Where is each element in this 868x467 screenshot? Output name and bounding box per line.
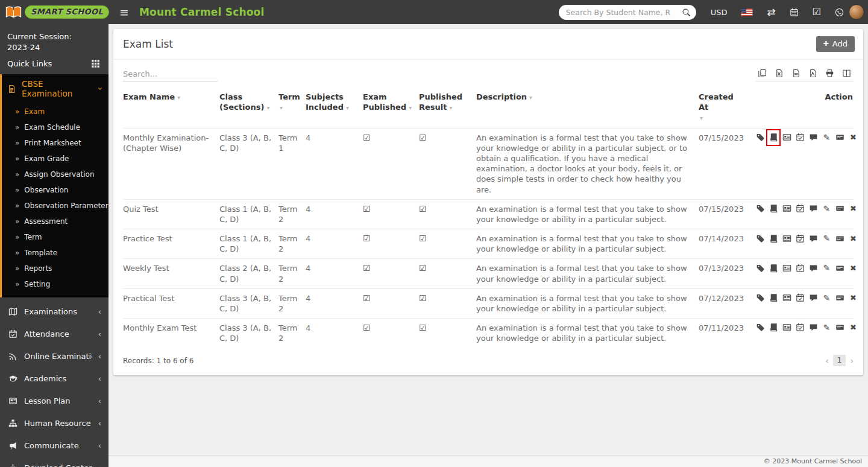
calendar-check-icon[interactable] [796, 133, 805, 142]
column-header-created-at[interactable]: Created At▾ [699, 86, 752, 128]
sidebar-subitem-exam[interactable]: »Exam [2, 104, 108, 119]
comment-icon[interactable] [809, 204, 818, 214]
pencil-icon[interactable]: ✎ [822, 263, 831, 273]
us-flag-icon[interactable] [741, 8, 753, 16]
add-button[interactable]: ✚ Add [816, 36, 855, 52]
book-icon[interactable] [769, 293, 778, 303]
user-avatar[interactable] [849, 4, 864, 20]
sidebar-subitem-assessment[interactable]: »Assessment [2, 214, 108, 229]
tag-icon[interactable] [756, 293, 765, 303]
sort-caret-icon[interactable]: ▾ [177, 94, 180, 101]
sort-caret-icon[interactable]: ▾ [266, 104, 269, 111]
close-icon[interactable]: ✖ [849, 133, 858, 142]
book-icon[interactable] [769, 133, 778, 142]
id-card-icon[interactable] [782, 293, 791, 303]
sort-caret-icon[interactable]: ▾ [450, 104, 453, 111]
column-header-description[interactable]: Description▾ [476, 86, 699, 128]
calendar-check-icon[interactable] [796, 263, 805, 273]
print-icon[interactable] [823, 69, 836, 78]
sidebar-subitem-reports[interactable]: »Reports [2, 261, 108, 276]
calendar-icon[interactable] [790, 8, 799, 17]
sidebar-subitem-assign-observation[interactable]: »Assign Observation [2, 167, 108, 182]
calendar-check-icon[interactable] [796, 204, 805, 214]
tag-icon[interactable] [756, 323, 765, 332]
column-header-subjects-included[interactable]: Subjects Included▾ [306, 86, 363, 128]
comment-icon[interactable] [809, 293, 818, 303]
copy-icon[interactable] [756, 69, 769, 78]
sidebar-subitem-observation-parameter[interactable]: »Observation Parameter [2, 198, 108, 214]
app-logo[interactable]: SMART SCHOOL [0, 0, 108, 24]
id-card-icon[interactable] [782, 323, 791, 332]
comment-icon[interactable] [809, 133, 818, 142]
pagination-next[interactable]: › [850, 356, 854, 366]
calendar-check-icon[interactable] [796, 293, 805, 303]
book-icon[interactable] [769, 263, 778, 273]
card-icon[interactable] [835, 133, 844, 142]
sidebar-subitem-print-marksheet[interactable]: »Print Marksheet [2, 135, 108, 151]
pencil-icon[interactable]: ✎ [822, 323, 831, 332]
pencil-icon[interactable]: ✎ [822, 204, 831, 214]
sidebar-subitem-template[interactable]: »Template [2, 245, 108, 261]
close-icon[interactable]: ✖ [849, 293, 858, 303]
table-search-input[interactable] [123, 68, 218, 81]
sidebar-item-lesson-plan[interactable]: Lesson Plan‹ [0, 390, 108, 412]
sidebar-subitem-term[interactable]: »Term [2, 229, 108, 245]
sort-caret-icon[interactable]: ▾ [409, 104, 412, 111]
sort-caret-icon[interactable]: ▾ [700, 115, 746, 121]
comment-icon[interactable] [809, 323, 818, 332]
id-card-icon[interactable] [782, 234, 791, 243]
card-icon[interactable] [835, 204, 844, 214]
global-search-input[interactable] [566, 8, 682, 17]
pencil-icon[interactable]: ✎ [822, 234, 831, 243]
sidebar-item-communicate[interactable]: Communicate‹ [0, 434, 108, 457]
currency-label[interactable]: USD [711, 8, 728, 17]
pagination-prev[interactable]: ‹ [825, 356, 829, 366]
hamburger-menu-icon[interactable]: ≡ [119, 7, 129, 18]
sidebar-subitem-exam-schedule[interactable]: »Exam Schedule [2, 119, 108, 135]
tasks-icon[interactable]: ☑ [813, 7, 821, 17]
book-icon[interactable] [769, 234, 778, 243]
sidebar-item-download-center[interactable]: Download Center‹ [0, 457, 108, 467]
book-icon[interactable] [769, 204, 778, 214]
search-icon[interactable] [682, 8, 691, 17]
sort-caret-icon[interactable]: ▾ [346, 104, 349, 111]
sidebar-subitem-observation[interactable]: »Observation [2, 182, 108, 198]
column-header-class-sections[interactable]: Class (Sections)▾ [219, 86, 278, 128]
pagination-page-1[interactable]: 1 [833, 355, 846, 366]
id-card-icon[interactable] [782, 133, 791, 142]
id-card-icon[interactable] [782, 263, 791, 273]
tag-icon[interactable] [756, 204, 765, 214]
calendar-check-icon[interactable] [796, 234, 805, 243]
comment-icon[interactable] [809, 263, 818, 273]
exchange-icon[interactable]: ⇄ [767, 7, 775, 17]
tag-icon[interactable] [756, 234, 765, 243]
grid-icon[interactable] [91, 59, 100, 68]
sort-caret-icon[interactable]: ▾ [529, 94, 532, 101]
card-icon[interactable] [835, 293, 844, 303]
column-header-exam-published[interactable]: Exam Published▾ [363, 86, 419, 128]
sidebar-subitem-exam-grade[interactable]: »Exam Grade [2, 151, 108, 167]
columns-icon[interactable] [840, 69, 853, 78]
quick-links[interactable]: Quick Links [0, 54, 108, 74]
sidebar-item-cbse-examination[interactable]: CBSE Examination ‹ [2, 74, 108, 103]
book-icon[interactable] [769, 323, 778, 332]
column-header-term[interactable]: Term▾ [278, 86, 306, 128]
tag-icon[interactable] [756, 263, 765, 273]
sidebar-item-examinations[interactable]: Examinations‹ [0, 300, 108, 323]
card-icon[interactable] [835, 263, 844, 273]
csv-icon[interactable] [790, 69, 802, 78]
sidebar-item-academics[interactable]: Academics‹ [0, 367, 108, 390]
whatsapp-icon[interactable] [835, 8, 844, 17]
sidebar-item-attendance[interactable]: Attendance‹ [0, 323, 108, 345]
column-header-exam-name[interactable]: Exam Name▾ [123, 86, 219, 128]
close-icon[interactable]: ✖ [849, 263, 858, 273]
pencil-icon[interactable]: ✎ [822, 133, 831, 142]
card-icon[interactable] [835, 234, 844, 243]
sidebar-item-human-resource[interactable]: Human Resource‹ [0, 412, 108, 434]
column-header-published-result[interactable]: Published Result▾ [419, 86, 476, 128]
sidebar-item-online-examinations[interactable]: Online Examinations‹ [0, 345, 108, 367]
pencil-icon[interactable]: ✎ [822, 293, 831, 303]
excel-icon[interactable] [773, 69, 785, 78]
sidebar-subitem-setting[interactable]: »Setting [2, 276, 108, 292]
tag-icon[interactable] [756, 133, 765, 142]
